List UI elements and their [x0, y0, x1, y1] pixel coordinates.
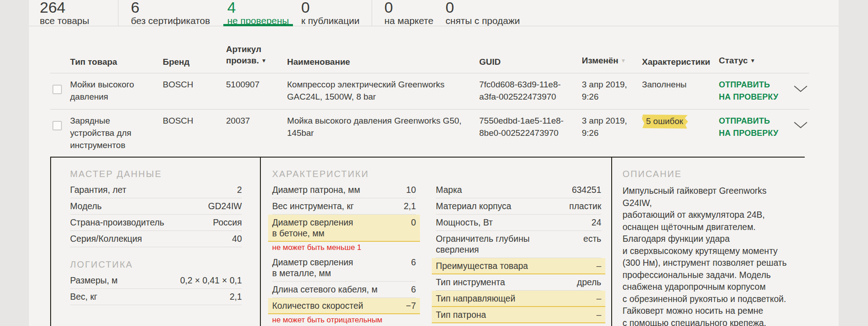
- cell-product-type: Мойки высокого давления: [70, 73, 163, 109]
- tab-count: 0: [301, 0, 359, 15]
- header-characteristics: Характеристики: [642, 56, 719, 67]
- cell-characteristics: Заполнены: [642, 73, 719, 109]
- errors-count-badge: 5 ошибок: [642, 115, 688, 129]
- product-description-text: Импульсный гайковерт Greenworks G24IW, р…: [623, 185, 788, 326]
- sort-desc-icon: ▼: [750, 55, 755, 67]
- tab-label: сняты с продажи: [446, 15, 520, 26]
- detail-row: Марка634251: [436, 182, 601, 198]
- cell-sku: 20037: [226, 110, 287, 157]
- chevron-down-icon[interactable]: [793, 121, 808, 129]
- cell-sku: 5100907: [226, 73, 287, 109]
- detail-row: Длина сетевого кабеля, м6: [272, 282, 416, 298]
- tab-on-market[interactable]: 0 на маркете: [384, 0, 433, 26]
- sort-inactive-icon: ▼: [621, 55, 626, 67]
- cell-characteristics: 5 ошибок: [642, 110, 719, 157]
- header-sku-sort[interactable]: Артикул произв.▼: [226, 43, 287, 67]
- tab-label: все товары: [40, 15, 89, 26]
- section-title: ОПИСАНИЕ: [623, 168, 788, 179]
- right-gutter: [839, 0, 868, 326]
- products-table: Тип товара Бренд Артикул произв.▼ Наимен…: [50, 26, 809, 157]
- header-status-sort[interactable]: Статус▼: [719, 55, 793, 67]
- description-section: ОПИСАНИЕ Импульсный гайковерт Greenworks…: [611, 158, 805, 326]
- detail-row: Гарантия, лет2: [70, 182, 242, 198]
- detail-row-invalid: Диаметр сверления в бетоне, мм0: [268, 215, 420, 242]
- send-to-review-button[interactable]: ОТПРАВИТЬ НА ПРОВЕРКУ: [719, 80, 778, 101]
- validation-error-text: не может быть отрицательным: [272, 314, 416, 326]
- status-tabbar: 264 все товары 6 без сертификатов 4 не п…: [29, 0, 839, 26]
- detail-row: Размеры, м0,2 × 0,41 × 0,1: [70, 273, 242, 289]
- header-changed-sort[interactable]: Изменён▼: [582, 55, 642, 67]
- section-title: ЛОГИСТИКА: [70, 259, 242, 270]
- detail-row: Вес инструмента, кг2,1: [272, 198, 416, 215]
- detail-row-empty-required: Тип патрона–: [432, 307, 605, 323]
- characteristics-status: Заполнены: [642, 80, 687, 89]
- characteristics-column-2: Марка634251 Материал корпусапластик Мощн…: [436, 182, 601, 326]
- section-title: МАСТЕР ДАННЫЕ: [70, 168, 242, 179]
- header-brand: Бренд: [163, 56, 226, 67]
- cell-changed: 3 апр 2019, 9:26: [582, 110, 642, 157]
- cell-brand: BOSCH: [163, 73, 226, 109]
- detail-row: Материал корпусапластик: [436, 198, 601, 215]
- send-to-review-button[interactable]: ОТПРАВИТЬ НА ПРОВЕРКУ: [719, 116, 778, 138]
- tab-label: без сертификатов: [131, 15, 210, 26]
- tab-label: к публикации: [301, 15, 359, 26]
- master-data-section: МАСТЕР ДАННЫЕ Гарантия, лет2 МодельGD24I…: [50, 158, 260, 326]
- detail-row: Диаметр патрона, мм10: [272, 182, 416, 198]
- characteristics-column-1: Диаметр патрона, мм10 Вес инструмента, к…: [272, 182, 416, 326]
- header-guid: GUID: [479, 56, 582, 67]
- cell-changed: 3 апр 2019, 9:26: [582, 73, 642, 109]
- sort-desc-icon: ▼: [261, 55, 267, 67]
- tab-count: 0: [446, 0, 520, 15]
- tab-to-publication[interactable]: 0 к публикации: [301, 0, 359, 26]
- cell-name: Мойка высокого давления Greenworks G50, …: [287, 110, 479, 157]
- tab-no-certificates[interactable]: 6 без сертификатов: [131, 0, 210, 26]
- table-row[interactable]: Зарядные устройства для инструментов BOS…: [50, 110, 809, 157]
- products-page: 264 все товары 6 без сертификатов 4 не п…: [0, 0, 868, 326]
- detail-row: МодельGD24IW: [70, 198, 242, 215]
- tab-count: 264: [40, 0, 89, 15]
- tab-divider: [118, 0, 118, 26]
- detail-row: Мощность, Вт24: [436, 215, 601, 231]
- left-gutter: [0, 0, 29, 326]
- detail-row-empty-required: Преимущества товара–: [432, 258, 605, 274]
- header-product-type: Тип товара: [70, 56, 163, 67]
- tab-count: 0: [384, 0, 433, 15]
- cell-guid: 7550edbd-1ae5-11e8- 8be0-002522473970: [479, 110, 582, 157]
- cell-name: Компрессор электрический Greenworks GAC2…: [287, 73, 479, 109]
- row-checkbox[interactable]: [52, 85, 62, 94]
- tab-label: не проверены: [227, 15, 289, 26]
- table-header-row: Тип товара Бренд Артикул произв.▼ Наимен…: [50, 26, 809, 73]
- cell-product-type: Зарядные устройства для инструментов: [70, 110, 163, 157]
- detail-row: Тип инструментадрель: [436, 274, 601, 291]
- detail-row-empty-required: Тип направляющей–: [432, 291, 605, 307]
- detail-row: Вес, кг2,1: [70, 289, 242, 305]
- tab-removed-from-sale[interactable]: 0 сняты с продажи: [446, 0, 520, 26]
- section-title: ХАРАКТЕРИСТИКИ: [272, 168, 601, 179]
- chevron-down-icon[interactable]: [793, 85, 808, 93]
- content-area: 264 все товары 6 без сертификатов 4 не п…: [29, 0, 839, 326]
- detail-row: Страна-производительРоссия: [70, 215, 242, 231]
- characteristics-section: ХАРАКТЕРИСТИКИ Диаметр патрона, мм10 Вес…: [260, 158, 611, 326]
- cell-brand: BOSCH: [163, 110, 226, 157]
- product-detail-panel: МАСТЕР ДАННЫЕ Гарантия, лет2 МодельGD24I…: [50, 157, 805, 326]
- detail-row: Ограничитель глубины сверленияесть: [436, 231, 601, 258]
- detail-row: Диаметр сверления в металле, мм6: [272, 254, 416, 282]
- detail-row: Серия/Коллекция40: [70, 231, 242, 247]
- tab-count: 4: [227, 0, 289, 15]
- tab-not-checked[interactable]: 4 не проверены: [227, 0, 289, 26]
- tab-label: на маркете: [384, 15, 433, 26]
- tab-all-products[interactable]: 264 все товары: [40, 0, 89, 26]
- header-name: Наименование: [287, 56, 479, 67]
- detail-row-invalid: Количество скоростей−7: [268, 298, 420, 314]
- cell-guid: 7fc0d608-63d9-11e8- a3fa-002522473970: [479, 73, 582, 109]
- validation-error-text: не может быть меньше 1: [272, 242, 416, 254]
- tab-count: 6: [131, 0, 210, 15]
- row-checkbox[interactable]: [52, 121, 62, 130]
- tab-divider: [372, 0, 372, 26]
- table-row[interactable]: Мойки высокого давления BOSCH 5100907 Ко…: [50, 73, 809, 110]
